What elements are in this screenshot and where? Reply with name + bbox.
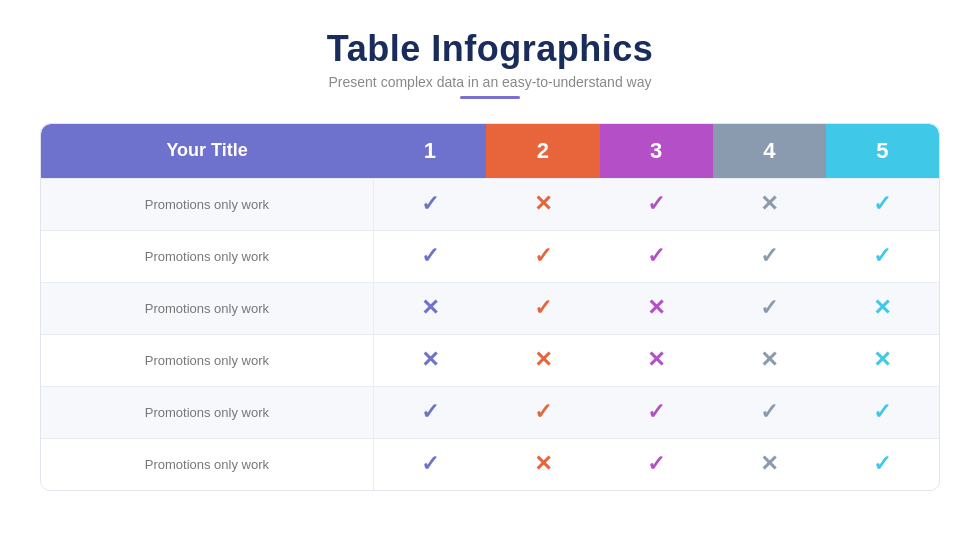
cross-icon: ✕	[421, 347, 439, 372]
check-icon: ✓	[873, 451, 891, 476]
cell-0-1: ✕	[486, 178, 599, 230]
table-wrapper: Your Title 1 2 3 4 5	[40, 123, 940, 491]
cell-4-4: ✓	[826, 386, 939, 438]
cell-1-3: ✓	[713, 230, 826, 282]
cell-3-1: ✕	[486, 334, 599, 386]
check-icon: ✓	[421, 243, 439, 268]
cross-icon: ✕	[534, 451, 552, 476]
cell-5-0: ✓	[373, 438, 486, 490]
check-icon: ✓	[534, 295, 552, 320]
row-label: Promotions only work	[41, 386, 373, 438]
col-header-3: 3	[650, 138, 662, 163]
cell-2-2: ✕	[600, 282, 713, 334]
cell-2-4: ✕	[826, 282, 939, 334]
check-icon: ✓	[647, 451, 665, 476]
check-icon: ✓	[421, 451, 439, 476]
cell-4-3: ✓	[713, 386, 826, 438]
cross-icon: ✕	[647, 347, 665, 372]
table-row: Promotions only work✓✓✓✓✓	[41, 230, 939, 282]
cross-icon: ✕	[760, 451, 778, 476]
row-label: Promotions only work	[41, 282, 373, 334]
cell-0-4: ✓	[826, 178, 939, 230]
table-row: Promotions only work✕✓✕✓✕	[41, 282, 939, 334]
check-icon: ✓	[873, 399, 891, 424]
cell-3-3: ✕	[713, 334, 826, 386]
check-icon: ✓	[873, 191, 891, 216]
table-row: Promotions only work✓✕✓✕✓	[41, 438, 939, 490]
check-icon: ✓	[421, 399, 439, 424]
th-title-label: Your Title	[166, 140, 247, 160]
cell-2-0: ✕	[373, 282, 486, 334]
cross-icon: ✕	[534, 191, 552, 216]
col-header-4: 4	[763, 138, 775, 163]
main-title: Table Infographics	[327, 28, 653, 70]
cell-2-1: ✓	[486, 282, 599, 334]
check-icon: ✓	[647, 191, 665, 216]
check-icon: ✓	[760, 399, 778, 424]
table-row: Promotions only work✓✕✓✕✓	[41, 178, 939, 230]
th-col-5: 5	[826, 124, 939, 178]
table-row: Promotions only work✓✓✓✓✓	[41, 386, 939, 438]
cross-icon: ✕	[873, 347, 891, 372]
cell-5-1: ✕	[486, 438, 599, 490]
cross-icon: ✕	[421, 295, 439, 320]
cell-1-0: ✓	[373, 230, 486, 282]
cross-icon: ✕	[760, 191, 778, 216]
check-icon: ✓	[647, 243, 665, 268]
cell-3-2: ✕	[600, 334, 713, 386]
th-col-4: 4	[713, 124, 826, 178]
cell-1-1: ✓	[486, 230, 599, 282]
cell-3-4: ✕	[826, 334, 939, 386]
cell-1-4: ✓	[826, 230, 939, 282]
check-icon: ✓	[534, 243, 552, 268]
th-col-3: 3	[600, 124, 713, 178]
row-label: Promotions only work	[41, 334, 373, 386]
cell-0-3: ✕	[713, 178, 826, 230]
page: Table Infographics Present complex data …	[0, 0, 980, 551]
check-icon: ✓	[760, 243, 778, 268]
cross-icon: ✕	[873, 295, 891, 320]
infographic-table: Your Title 1 2 3 4 5	[41, 124, 939, 490]
row-label: Promotions only work	[41, 230, 373, 282]
cell-2-3: ✓	[713, 282, 826, 334]
cross-icon: ✕	[760, 347, 778, 372]
subtitle: Present complex data in an easy-to-under…	[327, 74, 653, 90]
header: Table Infographics Present complex data …	[327, 28, 653, 117]
cell-1-2: ✓	[600, 230, 713, 282]
col-header-2: 2	[537, 138, 549, 163]
cell-0-0: ✓	[373, 178, 486, 230]
divider	[460, 96, 520, 99]
check-icon: ✓	[534, 399, 552, 424]
table-row: Promotions only work✕✕✕✕✕	[41, 334, 939, 386]
check-icon: ✓	[421, 191, 439, 216]
check-icon: ✓	[760, 295, 778, 320]
cell-5-4: ✓	[826, 438, 939, 490]
cell-4-2: ✓	[600, 386, 713, 438]
cross-icon: ✕	[647, 295, 665, 320]
row-label: Promotions only work	[41, 438, 373, 490]
check-icon: ✓	[873, 243, 891, 268]
table-header-row: Your Title 1 2 3 4 5	[41, 124, 939, 178]
cell-5-2: ✓	[600, 438, 713, 490]
cell-0-2: ✓	[600, 178, 713, 230]
check-icon: ✓	[647, 399, 665, 424]
col-header-1: 1	[424, 138, 436, 163]
th-title: Your Title	[41, 124, 373, 178]
cell-4-0: ✓	[373, 386, 486, 438]
cell-5-3: ✕	[713, 438, 826, 490]
col-header-5: 5	[876, 138, 888, 163]
cell-4-1: ✓	[486, 386, 599, 438]
cell-3-0: ✕	[373, 334, 486, 386]
th-col-2: 2	[486, 124, 599, 178]
cross-icon: ✕	[534, 347, 552, 372]
row-label: Promotions only work	[41, 178, 373, 230]
th-col-1: 1	[373, 124, 486, 178]
